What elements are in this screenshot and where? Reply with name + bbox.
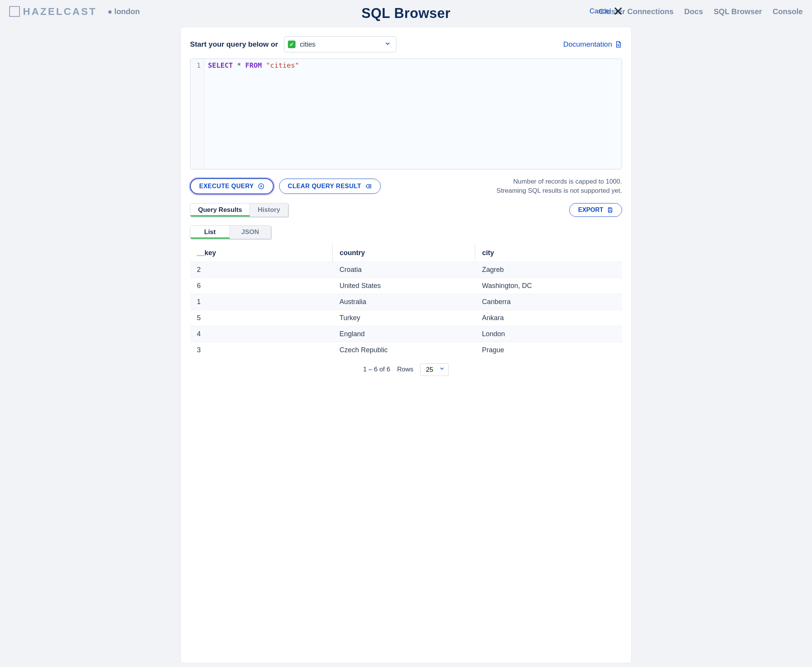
clear-label: CLEAR QUERY RESULT — [288, 183, 361, 190]
close-icon — [613, 6, 623, 16]
table-row[interactable]: 1AustraliaCanberra — [190, 294, 622, 310]
cell-country: Czech Republic — [333, 342, 475, 358]
cell-country: England — [333, 326, 475, 342]
table-row[interactable]: 4EnglandLondon — [190, 326, 622, 342]
tab-query-results[interactable]: Query Results — [191, 204, 250, 216]
col-country[interactable]: country — [333, 244, 475, 262]
cell-key: 5 — [190, 310, 333, 326]
results-tabs: Query Results History — [190, 203, 288, 217]
editor-code[interactable]: SELECT * FROM "cities" — [204, 59, 621, 169]
clear-query-result-button[interactable]: CLEAR QUERY RESULT — [279, 179, 381, 194]
export-button[interactable]: EXPORT — [569, 203, 622, 217]
tab-history[interactable]: History — [250, 204, 288, 216]
rows-label: Rows — [397, 366, 414, 373]
cell-city: Prague — [475, 342, 622, 358]
map-selector[interactable]: ✓ cities — [284, 37, 396, 52]
editor-gutter: 1 — [191, 59, 204, 169]
cell-key: 4 — [190, 326, 333, 342]
cell-city: London — [475, 326, 622, 342]
documentation-link[interactable]: Documentation — [563, 40, 622, 48]
results-table: __key country city 2CroatiaZagreb6United… — [190, 244, 622, 358]
table-row[interactable]: 2CroatiaZagreb — [190, 262, 622, 278]
export-label: EXPORT — [578, 207, 603, 213]
sql-editor[interactable]: 1 SELECT * FROM "cities" — [190, 58, 622, 169]
col-key[interactable]: __key — [190, 244, 333, 262]
table-row[interactable]: 3Czech RepublicPrague — [190, 342, 622, 358]
tab-list-view[interactable]: List — [191, 226, 230, 239]
cell-key: 6 — [190, 278, 333, 294]
tab-json-view[interactable]: JSON — [230, 226, 270, 239]
cell-city: Ankara — [475, 310, 622, 326]
cell-city: Canberra — [475, 294, 622, 310]
records-note: Number of records is capped to 1000. Str… — [497, 177, 622, 196]
document-icon — [614, 40, 622, 48]
map-select[interactable]: cities — [284, 37, 396, 52]
page-range: 1 – 6 of 6 — [363, 366, 390, 373]
col-city[interactable]: city — [475, 244, 622, 262]
cell-key: 1 — [190, 294, 333, 310]
cancel-label: Cancel — [590, 7, 611, 15]
save-icon — [607, 207, 613, 213]
cancel-button[interactable]: Cancel — [590, 6, 623, 16]
cell-country: Australia — [333, 294, 475, 310]
cell-city: Washington, DC — [475, 278, 622, 294]
cell-city: Zagreb — [475, 262, 622, 278]
modal-title: SQL Browser — [362, 5, 451, 22]
cell-key: 2 — [190, 262, 333, 278]
execute-label: EXECUTE QUERY — [199, 183, 254, 190]
cell-country: Turkey — [333, 310, 475, 326]
query-prompt-label: Start your query below or — [190, 40, 278, 48]
table-row[interactable]: 5TurkeyAnkara — [190, 310, 622, 326]
cell-key: 3 — [190, 342, 333, 358]
clear-icon — [365, 183, 372, 190]
sql-browser-modal: SQL Browser Cancel Start your query belo… — [181, 4, 631, 663]
view-tabs: List JSON — [190, 225, 271, 239]
cell-country: United States — [333, 278, 475, 294]
play-circle-icon — [258, 183, 265, 190]
check-icon: ✓ — [288, 41, 295, 48]
pagination: 1 – 6 of 6 Rows 25 — [190, 358, 622, 377]
documentation-label: Documentation — [563, 40, 612, 48]
execute-query-button[interactable]: EXECUTE QUERY — [190, 178, 274, 194]
cell-country: Croatia — [333, 262, 475, 278]
table-row[interactable]: 6United StatesWashington, DC — [190, 278, 622, 294]
rows-per-page-select[interactable]: 25 — [420, 363, 449, 376]
